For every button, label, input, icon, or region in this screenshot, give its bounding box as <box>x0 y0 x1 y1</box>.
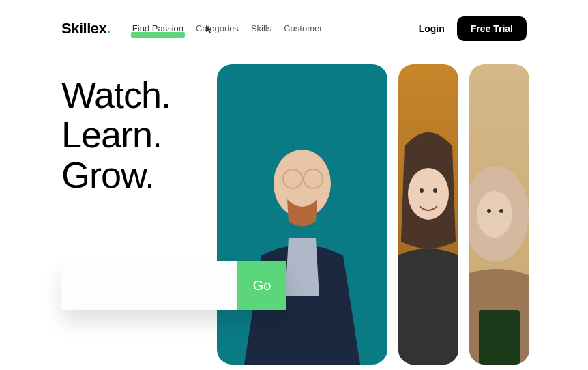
nav-categories[interactable]: Categories <box>196 23 239 35</box>
person-icon <box>398 119 458 365</box>
svg-rect-10 <box>479 310 520 365</box>
hero-image-2 <box>398 64 458 365</box>
logo[interactable]: Skillex. <box>61 20 111 38</box>
header-right: Login Free Trial <box>419 16 527 41</box>
hero-line-1: Watch. <box>61 74 171 115</box>
search-input[interactable] <box>61 261 237 310</box>
login-link[interactable]: Login <box>419 23 445 34</box>
svg-point-3 <box>408 168 449 220</box>
search-bar: Go <box>61 261 286 310</box>
nav-find-passion[interactable]: Find Passion <box>132 23 183 35</box>
hero-line-3: Grow. <box>61 154 154 195</box>
free-trial-button[interactable]: Free Trial <box>457 16 527 41</box>
nav-skills[interactable]: Skills <box>251 23 271 35</box>
person-icon <box>227 119 377 365</box>
main-nav: Find Passion Categories Skills Customer <box>132 23 323 35</box>
logo-dot: . <box>106 20 111 37</box>
hero-image-3 <box>469 64 529 365</box>
person-icon <box>469 119 529 365</box>
svg-point-5 <box>433 188 437 193</box>
svg-point-4 <box>420 188 424 193</box>
hero-heading: Watch. Learn. Grow. <box>61 75 171 195</box>
logo-text: Skillex <box>61 20 106 37</box>
go-button[interactable]: Go <box>237 261 286 310</box>
header: Skillex. Find Passion Categories Skills … <box>0 0 588 41</box>
svg-point-8 <box>487 209 491 213</box>
nav-customer[interactable]: Customer <box>284 23 322 35</box>
hero-line-2: Learn. <box>61 114 162 155</box>
hero-image-1 <box>217 64 387 365</box>
hero-text: Watch. Learn. Grow. <box>61 75 171 195</box>
svg-point-7 <box>477 191 512 238</box>
hero-images <box>217 64 529 365</box>
svg-point-9 <box>499 209 503 213</box>
